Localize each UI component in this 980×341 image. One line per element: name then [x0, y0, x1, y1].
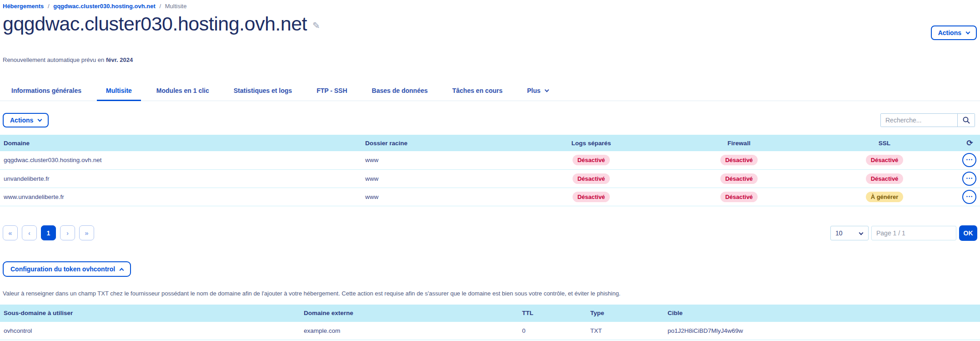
ellipsis-icon: •••	[965, 158, 973, 162]
ssl-status-badge: À générer	[866, 192, 904, 202]
per-page-select-wrapper: 10	[830, 226, 869, 240]
tab-ftp-ssh[interactable]: FTP - SSH	[317, 81, 347, 101]
tab-taches-en-cours[interactable]: Tâches en cours	[452, 81, 503, 101]
token-table: Sous-domaine à utiliser Domaine externe …	[0, 305, 980, 341]
page-title-text: gqgdwac.cluster030.hosting.ovh.net	[3, 13, 307, 35]
tab-statistiques-et-logs[interactable]: Statistiques et logs	[234, 81, 292, 101]
column-header-type: Type	[587, 305, 664, 322]
token-table-header-row: Sous-domaine à utiliser Domaine externe …	[0, 305, 980, 322]
search-icon	[963, 117, 970, 124]
title-row: gqgdwac.cluster030.hosting.ovh.net✎ Acti…	[0, 10, 980, 40]
row-actions-button[interactable]: •••	[962, 190, 976, 204]
pager-controls: 10 OK	[830, 225, 977, 241]
column-header-domaine: Domaine	[0, 135, 362, 151]
refresh-icon[interactable]: ⟳	[966, 138, 973, 148]
cell-ttl: 0	[518, 322, 587, 340]
tab-plus[interactable]: Plus	[527, 81, 548, 101]
renewal-prefix: Renouvellement automatique prévu en	[3, 56, 106, 63]
token-section-toggle-button[interactable]: Configuration du token ovhcontrol	[3, 261, 131, 277]
chevron-up-icon	[120, 268, 124, 272]
tab-multisite[interactable]: Multisite	[106, 81, 132, 101]
table-toolbar: Actions	[0, 113, 980, 127]
tab-bases-de-donnees[interactable]: Bases de données	[372, 81, 428, 101]
pagination: « ‹ 1 › » 10 OK	[0, 225, 980, 241]
breadcrumb-separator: /	[48, 3, 50, 10]
pager-buttons: « ‹ 1 › »	[3, 225, 94, 240]
page-actions-button[interactable]: Actions	[931, 25, 977, 40]
table-row: www.unvandeliberte.fr www Désactivé Désa…	[0, 188, 980, 206]
row-actions-button[interactable]: •••	[962, 172, 976, 186]
breadcrumb: Hébergements / gqgdwac.cluster030.hostin…	[0, 0, 980, 10]
tab-informations-generales[interactable]: Informations générales	[11, 81, 81, 101]
ok-button[interactable]: OK	[959, 225, 977, 241]
renewal-info: Renouvellement automatique prévu en févr…	[0, 56, 980, 63]
breadcrumb-current-multisite: Multisite	[165, 3, 187, 10]
table-row: ovhcontrol example.com 0 TXT po1J2H8iCiB…	[0, 322, 980, 340]
firewall-status-badge: Désactivé	[720, 192, 758, 202]
multisite-table: Domaine Dossier racine Logs séparés Fire…	[0, 135, 980, 206]
table-row: unvandeliberte.fr www Désactivé Désactiv…	[0, 169, 980, 188]
per-page-select[interactable]: 10	[831, 226, 868, 240]
next-page-button[interactable]: ›	[60, 225, 75, 240]
firewall-status-badge: Désactivé	[720, 173, 758, 184]
table-actions-button[interactable]: Actions	[3, 113, 49, 127]
firewall-status-badge: Désactivé	[720, 155, 758, 165]
logs-status-badge: Désactivé	[573, 192, 610, 202]
tab-modules-en-1-clic[interactable]: Modules en 1 clic	[156, 81, 209, 101]
page-title: gqgdwac.cluster030.hosting.ovh.net✎	[3, 12, 320, 37]
column-header-sous-domaine: Sous-domaine à utiliser	[0, 305, 300, 322]
row-actions-button[interactable]: •••	[962, 153, 976, 167]
breadcrumb-separator: /	[159, 3, 161, 10]
search-button[interactable]	[957, 114, 975, 127]
tab-bar: Informations générales Multisite Modules…	[0, 81, 980, 101]
page-actions-label: Actions	[938, 29, 961, 36]
cell-type: TXT	[587, 322, 664, 340]
ssl-status-badge: Désactivé	[866, 155, 904, 165]
cell-folder: www	[362, 188, 514, 206]
ellipsis-icon: •••	[965, 177, 973, 181]
breadcrumb-link-hebergements[interactable]: Hébergements	[3, 3, 44, 10]
token-section-toggle-label: Configuration du token ovhcontrol	[10, 265, 115, 273]
table-actions-label: Actions	[10, 117, 33, 124]
cell-subdomain: ovhcontrol	[0, 322, 300, 340]
renewal-date: févr. 2024	[106, 56, 133, 63]
column-header-ttl: TTL	[518, 305, 587, 322]
cell-external-domain: example.com	[300, 322, 518, 340]
first-page-button[interactable]: «	[3, 225, 18, 240]
column-header-ssl: SSL	[809, 135, 960, 151]
ellipsis-icon: •••	[965, 195, 973, 199]
cell-domain: www.unvandeliberte.fr	[0, 188, 362, 206]
search-input[interactable]	[881, 114, 957, 127]
column-header-domaine-externe: Domaine externe	[300, 305, 518, 322]
breadcrumb-link-hosting[interactable]: gqgdwac.cluster030.hosting.ovh.net	[53, 3, 156, 10]
logs-status-badge: Désactivé	[573, 155, 610, 165]
last-page-button[interactable]: »	[79, 225, 94, 240]
cell-target: po1J2H8iCiBD7MlyJ4w69w	[664, 322, 980, 340]
page-number-button[interactable]: 1	[41, 225, 56, 240]
page-jump-input[interactable]	[871, 226, 956, 240]
previous-page-button[interactable]: ‹	[22, 225, 37, 240]
column-header-dossier-racine: Dossier racine	[362, 135, 514, 151]
tab-plus-label: Plus	[527, 87, 541, 94]
column-header-firewall: Firewall	[668, 135, 809, 151]
search-box	[880, 113, 975, 127]
chevron-down-icon	[38, 117, 42, 122]
ssl-status-badge: Désactivé	[866, 173, 904, 184]
logs-status-badge: Désactivé	[573, 173, 610, 184]
column-header-logs-separes: Logs séparés	[514, 135, 668, 151]
chevron-down-icon	[966, 30, 970, 35]
hosting-multisite-page: Hébergements / gqgdwac.cluster030.hostin…	[0, 0, 980, 341]
chevron-down-icon	[544, 88, 549, 92]
token-description: Valeur à renseigner dans un champ TXT ch…	[0, 290, 980, 297]
edit-pencil-icon[interactable]: ✎	[312, 20, 320, 31]
cell-domain: unvandeliberte.fr	[0, 169, 362, 188]
cell-folder: www	[362, 151, 514, 169]
cell-domain: gqgdwac.cluster030.hosting.ovh.net	[0, 151, 362, 169]
table-row: gqgdwac.cluster030.hosting.ovh.net www D…	[0, 151, 980, 169]
multisite-table-header-row: Domaine Dossier racine Logs séparés Fire…	[0, 135, 980, 151]
column-header-cible: Cible	[664, 305, 980, 322]
cell-folder: www	[362, 169, 514, 188]
